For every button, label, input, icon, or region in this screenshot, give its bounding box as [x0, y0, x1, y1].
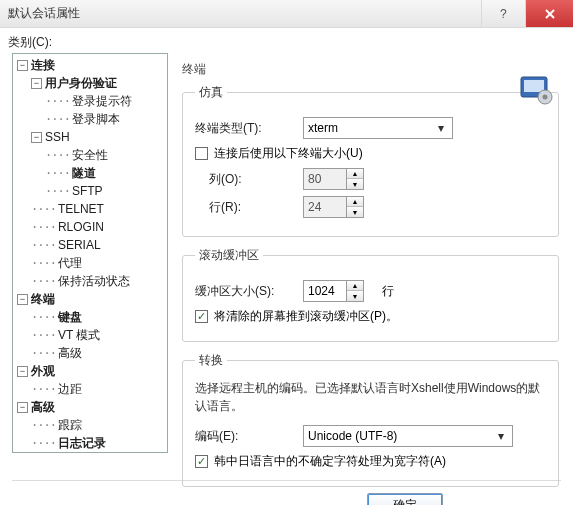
tree-node-serial[interactable]: ····SERIAL [27, 236, 167, 254]
stepper-cols[interactable]: ▲▼ [303, 168, 364, 190]
tree-node-advanced[interactable]: −高级 [13, 398, 167, 416]
svg-rect-4 [524, 80, 544, 92]
spin-up-icon[interactable]: ▲ [347, 197, 363, 207]
chevron-down-icon: ▾ [494, 429, 508, 443]
tree-node-ssh[interactable]: −SSH [27, 128, 167, 146]
group-scrollback: 滚动缓冲区 缓冲区大小(S): ▲▼ 行 将清除的屏幕推到滚动缓冲区(P)。 [182, 247, 559, 342]
legend-emulation: 仿真 [195, 84, 227, 101]
encoding-hint: 选择远程主机的编码。已选择默认语言时Xshell使用Windows的默认语言。 [195, 379, 546, 415]
checkbox-push-cleared[interactable] [195, 310, 208, 323]
client-area: −连接 −用户身份验证 ····登录提示符 ····登录脚本 −SSH ····… [0, 53, 573, 480]
collapse-icon[interactable]: − [31, 78, 42, 89]
checkbox-use-size[interactable] [195, 147, 208, 160]
svg-text:?: ? [500, 8, 507, 20]
label-encoding: 编码(E): [195, 428, 303, 445]
tree-node-trace[interactable]: ····跟踪 [27, 416, 167, 434]
tree-node-tunnel[interactable]: ····隧道 [41, 164, 167, 182]
spin-down-icon[interactable]: ▼ [347, 179, 363, 189]
tree-node-term-adv[interactable]: ····高级 [27, 344, 167, 362]
collapse-icon[interactable]: − [17, 402, 28, 413]
ok-button[interactable]: 确定 [367, 493, 443, 505]
spin-up-icon[interactable]: ▲ [347, 281, 363, 291]
legend-encoding: 转换 [195, 352, 227, 369]
tree-node-auth[interactable]: −用户身份验证 [27, 74, 167, 92]
content-panel: 终端 仿真 终端类型(T): xterm ▾ 连接后使用以下终端大小(U) 列(… [168, 53, 573, 480]
category-label: 类别(C): [0, 28, 573, 53]
help-button[interactable]: ? [481, 0, 525, 27]
tree-node-keepalive[interactable]: ····保持活动状态 [27, 272, 167, 290]
titlebar: 默认会话属性 ? [0, 0, 573, 28]
tree-node-terminal[interactable]: −终端 [13, 290, 167, 308]
tree-node-margin[interactable]: ····边距 [27, 380, 167, 398]
chevron-down-icon: ▾ [434, 121, 448, 135]
label-lines-unit: 行 [382, 283, 394, 300]
tree-node-vtmode[interactable]: ····VT 模式 [27, 326, 167, 344]
label-buffer-size: 缓冲区大小(S): [195, 283, 303, 300]
close-button[interactable] [525, 0, 573, 27]
label-term-type: 终端类型(T): [195, 120, 303, 137]
tree-node-sftp[interactable]: ····SFTP [41, 182, 167, 200]
select-term-type[interactable]: xterm ▾ [303, 117, 453, 139]
tree-node-proxy[interactable]: ····代理 [27, 254, 167, 272]
tree-node-logging[interactable]: ····日志记录 [27, 434, 167, 452]
window-title: 默认会话属性 [8, 5, 481, 22]
label-cols: 列(O): [195, 171, 303, 188]
page-title: 终端 [182, 61, 559, 78]
stepper-buffer-size[interactable]: ▲▼ [303, 280, 364, 302]
spin-down-icon[interactable]: ▼ [347, 207, 363, 217]
tree-node-keyboard[interactable]: ····键盘 [27, 308, 167, 326]
input-buffer-size[interactable] [303, 280, 347, 302]
collapse-icon[interactable]: − [17, 294, 28, 305]
group-emulation: 仿真 终端类型(T): xterm ▾ 连接后使用以下终端大小(U) 列(O): [182, 84, 559, 237]
label-cjk-wide: 韩中日语言中的不确定字符处理为宽字符(A) [214, 453, 446, 470]
collapse-icon[interactable]: − [17, 60, 28, 71]
group-encoding: 转换 选择远程主机的编码。已选择默认语言时Xshell使用Windows的默认语… [182, 352, 559, 487]
tree-node-script[interactable]: ····登录脚本 [41, 110, 167, 128]
spin-down-icon[interactable]: ▼ [347, 291, 363, 301]
label-push-cleared: 将清除的屏幕推到滚动缓冲区(P)。 [214, 308, 398, 325]
collapse-icon[interactable]: − [17, 366, 28, 377]
label-rows: 行(R): [195, 199, 303, 216]
footer: 确定 亿速云 [0, 481, 573, 505]
tree-node-connection[interactable]: −连接 [13, 56, 167, 74]
tree-node-security[interactable]: ····安全性 [41, 146, 167, 164]
stepper-rows[interactable]: ▲▼ [303, 196, 364, 218]
svg-point-6 [543, 95, 548, 100]
tree-node-prompt[interactable]: ····登录提示符 [41, 92, 167, 110]
input-cols[interactable] [303, 168, 347, 190]
legend-scrollback: 滚动缓冲区 [195, 247, 263, 264]
terminal-settings-icon[interactable] [519, 75, 553, 108]
category-tree[interactable]: −连接 −用户身份验证 ····登录提示符 ····登录脚本 −SSH ····… [12, 53, 168, 453]
collapse-icon[interactable]: − [31, 132, 42, 143]
tree-node-telnet[interactable]: ····TELNET [27, 200, 167, 218]
select-encoding[interactable]: Unicode (UTF-8) ▾ [303, 425, 513, 447]
checkbox-cjk-wide[interactable] [195, 455, 208, 468]
label-use-size: 连接后使用以下终端大小(U) [214, 145, 363, 162]
window-controls: ? [481, 0, 573, 27]
tree-node-rlogin[interactable]: ····RLOGIN [27, 218, 167, 236]
input-rows[interactable] [303, 196, 347, 218]
spin-up-icon[interactable]: ▲ [347, 169, 363, 179]
tree-node-appearance[interactable]: −外观 [13, 362, 167, 380]
tree-node-zmodem[interactable]: ····ZMODEM [13, 452, 167, 453]
